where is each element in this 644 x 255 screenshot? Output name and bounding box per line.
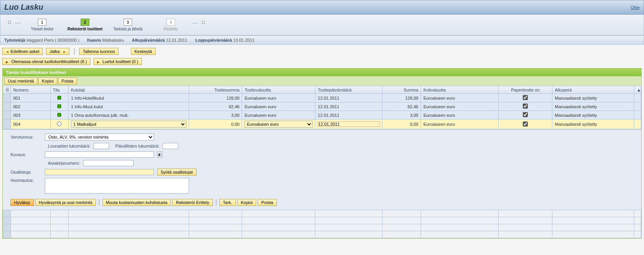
description-valuehelp-icon[interactable]: ◧ xyxy=(157,151,163,158)
cell-expense-type: 1 Info-Muut kulut xyxy=(69,102,189,111)
roadmap-connector xyxy=(15,23,21,23)
col-alkupera[interactable]: Alkuperä xyxy=(552,86,634,94)
register-specification-button[interactable]: Rekisteröi Erittely xyxy=(172,199,213,206)
cell-paper-receipt[interactable] xyxy=(499,120,552,129)
roadmap-step-label: Tarkista ja lähetä xyxy=(113,27,142,31)
copy-button[interactable]: Kopioi xyxy=(237,199,257,206)
cell-scroll xyxy=(634,94,641,102)
new-entry-button[interactable]: Uusi merkintä xyxy=(4,77,37,84)
cell-paper-receipt[interactable] xyxy=(499,111,552,120)
table-row[interactable]: 003 1 Oma auto/korvaus julk. muk. 3,00 E… xyxy=(3,111,641,120)
scroll-up-icon[interactable]: ▲ xyxy=(634,86,641,94)
expense-type-select[interactable]: 1 Matkaliput xyxy=(71,121,186,128)
panel-toolbar: Uusi merkintä Kopioi Poista xyxy=(3,76,641,86)
row-selector[interactable] xyxy=(3,102,11,111)
roadmap-start-icon xyxy=(8,21,11,24)
employee-label: Työntekijä xyxy=(4,38,25,42)
cell-numero: 003 xyxy=(11,111,50,120)
table-row[interactable]: 001 1 Info-Hotellikulut 128,00 Euroaluee… xyxy=(3,94,641,102)
dinner-count-input[interactable] xyxy=(163,143,178,149)
row-selector[interactable] xyxy=(3,94,11,102)
col-kululaji[interactable]: Kululaji xyxy=(69,86,189,94)
paper-receipt-checkbox[interactable] xyxy=(523,121,528,127)
detail-buttons: Hyväksy Hyväksyntä ja uusi merkintä Muut… xyxy=(11,199,633,206)
description-input[interactable] xyxy=(45,151,154,158)
cancel-button[interactable]: Keskeytä xyxy=(131,48,156,55)
cell-origin: Manuaalisesti syötetty xyxy=(552,102,634,111)
paper-receipt-checkbox[interactable] xyxy=(523,104,528,109)
table-row[interactable]: 004 1 Matkaliput 0,00 Euroalueen euro 0,… xyxy=(3,120,641,129)
cell-paper-receipt[interactable] xyxy=(499,94,552,102)
help-link[interactable]: Ohje xyxy=(631,5,640,10)
check-button[interactable]: Tark. xyxy=(219,199,236,206)
col-tositepvm[interactable]: Tositepäivämäärä xyxy=(315,86,382,94)
existing-cc-receipts-button[interactable]: Olemassa olevat luottokorttitositteet (8… xyxy=(2,58,90,65)
receipt-date-input[interactable] xyxy=(318,121,379,127)
cell-home-currency: Euroalueen euro xyxy=(421,111,499,120)
cell-paper-receipt[interactable] xyxy=(499,102,552,111)
paper-receipt-checkbox[interactable] xyxy=(523,95,528,100)
change-cost-assignment-button[interactable]: Muuta kustannusten kohdistusta xyxy=(103,199,171,206)
schema-label: Kaavio xyxy=(87,38,101,42)
read-receipts-button[interactable]: Luetut tositteet (0 ) xyxy=(94,58,142,65)
page-title: Luo Lasku xyxy=(4,3,43,12)
row-selector[interactable] xyxy=(3,111,11,120)
participant-label: Osallistuja: xyxy=(11,170,42,174)
tax-select[interactable]: Osto, ALV, 9%, veroton toiminta xyxy=(45,134,154,141)
participant-input[interactable] xyxy=(45,169,154,175)
empty-row xyxy=(3,210,641,217)
empty-row xyxy=(3,224,641,231)
status-green-icon xyxy=(57,113,61,117)
arrow-right-icon xyxy=(97,59,101,64)
enter-participants-button[interactable]: Syötä osallistujat xyxy=(157,169,196,176)
roadmap-step-3[interactable]: 3 Tarkista ja lähetä xyxy=(106,19,149,31)
cell-receipt-currency: Euroalueen euro xyxy=(242,94,315,102)
note-textarea[interactable] xyxy=(45,178,189,193)
cell-receipt-currency[interactable]: Euroalueen euro xyxy=(242,120,315,129)
lunch-count-label: Lounaiden lukumäärä: xyxy=(48,144,90,148)
col-summa[interactable]: Summa xyxy=(382,86,421,94)
cell-numero: 002 xyxy=(11,102,50,111)
next-step-button[interactable]: Jatka xyxy=(46,48,69,55)
approve-button[interactable]: Hyväksy xyxy=(11,199,34,206)
employee-value: Haggard Piers ( 00000300 ) xyxy=(27,38,80,42)
col-numero[interactable]: Numero xyxy=(11,86,50,94)
col-tila[interactable]: Tila xyxy=(50,86,68,94)
empty-row xyxy=(3,217,641,224)
roadmap-step-box: 3 xyxy=(124,19,132,26)
cell-amount: 128,00 xyxy=(382,94,421,102)
docno-input[interactable] xyxy=(83,160,134,166)
prev-step-button[interactable]: Edellinen askel xyxy=(2,48,43,55)
cell-status xyxy=(50,120,68,129)
delete-button[interactable]: Poista xyxy=(258,199,277,206)
col-tositevaluutta[interactable]: Tositevaluutta xyxy=(242,86,315,94)
save-draft-button[interactable]: Tallenna luonnos xyxy=(79,48,119,55)
roadmap-step-2[interactable]: 2 Rekisteröi tositteet xyxy=(64,19,106,31)
col-tositesumma[interactable]: Tositesumma xyxy=(189,86,242,94)
copy-row-button[interactable]: Kopioi xyxy=(38,77,57,84)
arrow-right-icon xyxy=(6,59,10,64)
col-paperi[interactable]: Paperitosite on xyxy=(499,86,552,94)
roadmap-end-icon xyxy=(202,21,205,24)
table-row[interactable]: 002 1 Info-Muut kulut 82,46 Euroalueen e… xyxy=(3,102,641,111)
col-kotivaluutta[interactable]: Kotivaluutta xyxy=(421,86,499,94)
cell-receipt-currency: Euroalueen euro xyxy=(242,102,315,111)
table-menu-icon[interactable]: ☰ xyxy=(3,86,11,94)
main-toolbar: Edellinen askel Jatka Tallenna luonnos K… xyxy=(0,45,644,58)
delete-row-button[interactable]: Poista xyxy=(58,77,77,84)
startdate-label: Alkupäivämäärä xyxy=(132,38,165,42)
cell-numero: 004 xyxy=(11,120,50,129)
row-selector[interactable] xyxy=(3,120,11,129)
cell-receipt-date[interactable] xyxy=(315,120,382,129)
approve-and-new-button[interactable]: Hyväksyntä ja uusi merkintä xyxy=(35,199,96,206)
lunch-count-input[interactable] xyxy=(94,143,109,149)
cell-receipt-currency: Euroalueen euro xyxy=(242,111,315,120)
paper-receipt-checkbox[interactable] xyxy=(523,112,528,117)
cell-receipt-amount: 3,00 xyxy=(189,111,242,120)
receipt-currency-select[interactable]: Euroalueen euro xyxy=(244,121,313,128)
cell-home-currency: Euroalueen euro xyxy=(421,102,499,111)
cell-expense-type[interactable]: 1 Matkaliput xyxy=(69,120,189,129)
cell-origin: Manuaalisesti syötetty xyxy=(552,111,634,120)
roadmap-step-1[interactable]: 1 Yleiset tiedot xyxy=(21,19,64,31)
enddate-label: Loppupäivämäärä xyxy=(195,38,232,42)
